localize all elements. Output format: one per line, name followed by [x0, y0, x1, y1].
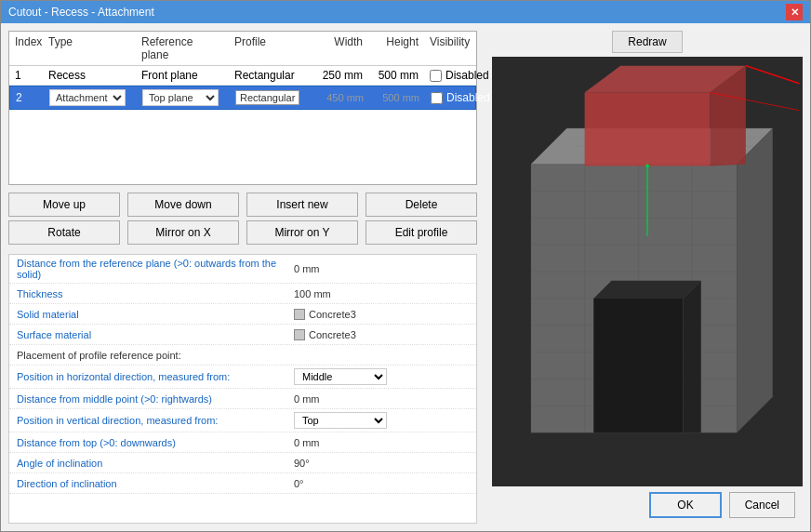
- prop-value-distance: 0 mm: [288, 260, 476, 277]
- svg-marker-22: [684, 281, 701, 433]
- main-content: Index Type Reference plane Profile Width…: [1, 23, 810, 531]
- row1-profile: Rectangular: [229, 66, 312, 85]
- col-header-index: Index: [9, 32, 43, 65]
- svg-marker-21: [593, 281, 701, 299]
- col-header-height: Height: [368, 32, 424, 65]
- table-row[interactable]: 2 Attachment Recess Top plane Front plan…: [9, 86, 476, 110]
- prop-label-direction: Direction of inclination: [9, 475, 288, 492]
- prop-row-vert-distance: Distance from top (>0: downwards) 0 mm: [9, 432, 476, 453]
- prop-row-solid-material: Solid material Concrete3: [9, 304, 476, 325]
- 3d-viewport: [492, 57, 803, 486]
- prop-label-placement-header: Placement of profile reference point:: [9, 347, 288, 364]
- prop-row-distance: Distance from the reference plane (>0: o…: [9, 255, 476, 284]
- prop-value-horiz-distance: 0 mm: [288, 391, 476, 407]
- prop-label-vert-distance: Distance from top (>0: downwards): [9, 434, 288, 451]
- viewport-svg: [492, 57, 803, 486]
- row1-index: 1: [9, 66, 43, 85]
- prop-label-horiz-position: Position in horizontal direction, measur…: [9, 368, 288, 385]
- row2-refplane: Top plane Front plane Back plane: [137, 86, 230, 109]
- row2-type: Attachment Recess: [44, 86, 137, 109]
- mirror-x-button[interactable]: Mirror on X: [127, 220, 239, 245]
- prop-value-surface-material: Concrete3: [288, 326, 476, 343]
- prop-row-direction: Direction of inclination 0°: [9, 473, 476, 494]
- window-title: Cutout - Recess - Attachment: [8, 6, 154, 19]
- prop-value-solid-material: Concrete3: [288, 306, 476, 323]
- ok-cancel-row: OK Cancel: [492, 486, 803, 524]
- prop-row-placement-header: Placement of profile reference point:: [9, 345, 476, 366]
- svg-marker-19: [737, 128, 773, 432]
- prop-value-vert-distance: 0 mm: [288, 434, 476, 451]
- cutout-table: Index Type Reference plane Profile Width…: [8, 31, 477, 185]
- row1-height: 500 mm: [368, 66, 424, 85]
- prop-label-angle: Angle of inclination: [9, 455, 288, 472]
- move-up-button[interactable]: Move up: [8, 193, 120, 217]
- move-down-button[interactable]: Move down: [127, 193, 239, 217]
- row1-type: Recess: [43, 66, 136, 85]
- row2-type-dropdown[interactable]: Attachment Recess: [49, 89, 126, 106]
- ok-button[interactable]: OK: [649, 492, 721, 518]
- prop-row-surface-material: Surface material Concrete3: [9, 325, 476, 345]
- prop-value-angle: 90°: [288, 455, 476, 472]
- row2-width: 450 mm: [313, 88, 369, 107]
- row2-index: 2: [10, 88, 44, 107]
- row2-disabled-label: Disabled: [446, 91, 490, 104]
- prop-row-thickness: Thickness 100 mm: [9, 284, 476, 304]
- table-row[interactable]: 1 Recess Front plane Rectangular 250 mm …: [9, 66, 476, 86]
- surface-material-swatch: [294, 329, 305, 340]
- close-button[interactable]: ✕: [786, 4, 803, 20]
- row2-width-value: 450 mm: [326, 92, 364, 103]
- edit-profile-button[interactable]: Edit profile: [366, 220, 477, 245]
- action-buttons-row1: Move up Move down Insert new Delete: [8, 193, 477, 217]
- prop-value-direction: 0°: [288, 475, 476, 492]
- row1-disabled-checkbox[interactable]: [430, 70, 442, 82]
- prop-row-horiz-position: Position in horizontal direction, measur…: [9, 366, 476, 389]
- table-spacer: [9, 110, 476, 184]
- delete-button[interactable]: Delete: [366, 193, 477, 217]
- prop-row-angle: Angle of inclination 90°: [9, 453, 476, 473]
- cancel-button[interactable]: Cancel: [729, 492, 795, 518]
- col-header-profile: Profile: [229, 32, 312, 65]
- prop-value-placement-header: [288, 352, 476, 358]
- row2-height-value: 500 mm: [382, 92, 419, 103]
- row2-profile: Rectangular: [230, 88, 313, 107]
- solid-material-swatch: [294, 309, 305, 320]
- prop-value-horiz-position: Middle Left Right: [288, 366, 476, 388]
- row1-width: 250 mm: [312, 66, 368, 85]
- main-window: Cutout - Recess - Attachment ✕ Index Typ…: [0, 0, 811, 532]
- properties-panel: Distance from the reference plane (>0: o…: [8, 254, 477, 524]
- row2-disabled-checkbox[interactable]: [431, 92, 443, 104]
- title-bar: Cutout - Recess - Attachment ✕: [1, 1, 810, 23]
- prop-row-vert-position: Position in vertical direction, measured…: [9, 409, 476, 432]
- action-buttons-row2: Rotate Mirror on X Mirror on Y Edit prof…: [8, 220, 477, 245]
- prop-label-vert-position: Position in vertical direction, measured…: [9, 412, 288, 429]
- row1-disabled-label: Disabled: [445, 69, 489, 82]
- row2-refplane-dropdown[interactable]: Top plane Front plane Back plane: [142, 89, 219, 106]
- col-header-type: Type: [43, 32, 136, 65]
- horiz-position-dropdown[interactable]: Middle Left Right: [294, 368, 387, 385]
- right-panel: Redraw: [485, 23, 810, 531]
- prop-label-horiz-distance: Distance from middle point (>0: rightwar…: [9, 391, 288, 407]
- row1-refplane: Front plane: [136, 66, 229, 85]
- col-header-width: Width: [312, 32, 368, 65]
- prop-value-thickness: 100 mm: [288, 286, 476, 302]
- prop-label-solid-material: Solid material: [9, 306, 288, 323]
- rotate-button[interactable]: Rotate: [8, 220, 120, 245]
- svg-rect-23: [585, 93, 711, 166]
- prop-label-thickness: Thickness: [9, 286, 288, 302]
- col-header-refplane: Reference plane: [136, 32, 229, 65]
- redraw-button[interactable]: Redraw: [612, 31, 682, 53]
- prop-label-surface-material: Surface material: [9, 326, 288, 343]
- prop-value-vert-position: Top Bottom Middle: [288, 409, 476, 432]
- row2-height: 500 mm: [369, 88, 425, 107]
- left-panel: Index Type Reference plane Profile Width…: [1, 23, 485, 531]
- mirror-y-button[interactable]: Mirror on Y: [246, 220, 358, 245]
- svg-rect-20: [593, 299, 683, 432]
- svg-point-29: [645, 165, 649, 168]
- table-header: Index Type Reference plane Profile Width…: [9, 32, 476, 66]
- vert-position-dropdown[interactable]: Top Bottom Middle: [294, 412, 387, 429]
- prop-label-distance: Distance from the reference plane (>0: o…: [9, 255, 288, 283]
- insert-new-button[interactable]: Insert new: [246, 193, 358, 217]
- prop-row-horiz-distance: Distance from middle point (>0: rightwar…: [9, 389, 476, 409]
- row2-profile-box: Rectangular: [235, 90, 299, 105]
